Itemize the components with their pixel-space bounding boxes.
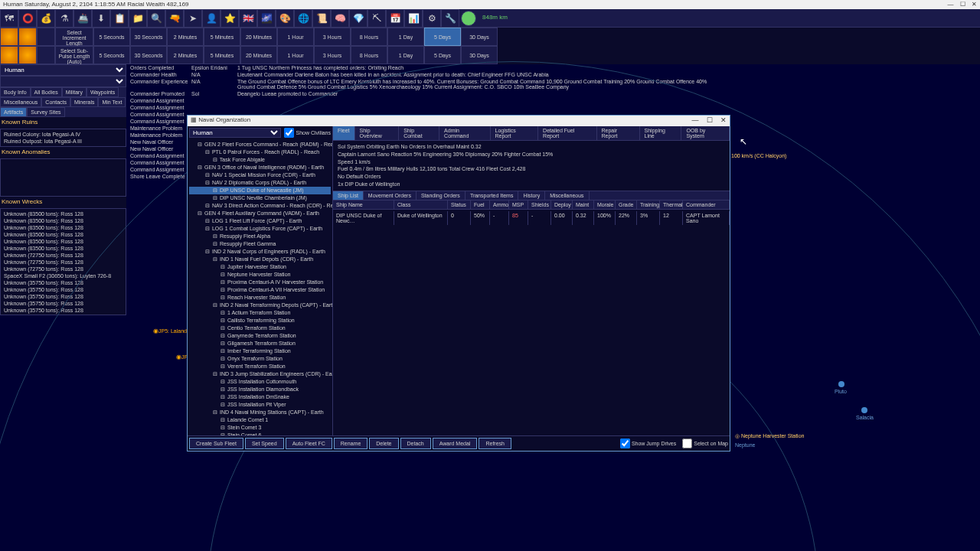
- tool-log[interactable]: 📜: [312, 9, 331, 28]
- tool-calendar[interactable]: 📅: [386, 9, 404, 28]
- wreck-item[interactable]: Unknown (83500 tons): Ross 128: [2, 224, 124, 231]
- tree-item[interactable]: ⊟ Stein Comet 6: [189, 432, 331, 435]
- naval-subtab-Miscellaneous[interactable]: Miscellaneous: [545, 191, 589, 200]
- tree-item[interactable]: ⊟ NAV 2 Diplomatic Corps (RADL) - Earth: [189, 179, 331, 187]
- ship-header-ShipName[interactable]: Ship Name: [333, 201, 394, 209]
- ruin-item[interactable]: Ruined Outpost: Iota Pegasi-A III: [2, 138, 124, 145]
- tree-item[interactable]: ⊟ Ganymede Terraform Station: [189, 332, 331, 340]
- naval-tab-RepairReport[interactable]: Repair Report: [597, 126, 640, 140]
- advance-auto-icon[interactable]: [37, 28, 55, 46]
- subpulse-icon-3[interactable]: [37, 46, 55, 64]
- time-sub-3Hours[interactable]: 3 Hours: [314, 46, 351, 64]
- tree-item[interactable]: ⊟ Neptune Harvester Station: [189, 271, 331, 279]
- time-sub-20Minutes[interactable]: 20 Minutes: [240, 46, 277, 64]
- time-sub-8Hours[interactable]: 8 Hours: [351, 46, 387, 64]
- tree-item[interactable]: ⊟ Task Force Abigale: [189, 156, 331, 164]
- neptune-station[interactable]: ◎ Neptune Harvester Station: [735, 433, 804, 439]
- tool-globe[interactable]: 🌐: [294, 9, 312, 28]
- ship-header-Commander[interactable]: Commander: [683, 201, 730, 209]
- naval-tab-DetailedFuelReport[interactable]: Detailed Fuel Report: [538, 126, 596, 140]
- auto-turn-toggle[interactable]: [461, 11, 476, 26]
- time-sub-5Seconds[interactable]: 5 Seconds: [93, 46, 130, 64]
- tree-item[interactable]: ⊟ LOG 1 Combat Logistics Force (CAPT) - …: [189, 225, 331, 233]
- naval-subtab-TransportedItems[interactable]: Transported Items: [466, 191, 519, 200]
- event-row[interactable]: Command Assignment: [130, 97, 712, 104]
- wreck-item[interactable]: Unknown (83500 tons): Ross 128: [2, 231, 124, 238]
- ship-header-Deploy[interactable]: Deploy: [551, 201, 573, 209]
- left-tab-SurveySites[interactable]: Survey Sites: [27, 107, 64, 117]
- time-inc-5Minutes[interactable]: 5 Minutes: [204, 28, 240, 46]
- wreck-item[interactable]: Unknown (72750 tons): Ross 128: [2, 259, 124, 266]
- left-tab-MinText[interactable]: Min Text: [98, 97, 126, 107]
- system-select[interactable]: [0, 76, 126, 87]
- wreck-item[interactable]: Unknown (83500 tons): Ross 128: [2, 217, 124, 224]
- wreck-item[interactable]: Unknown (35750 tons): Ross 128: [2, 307, 124, 314]
- left-tab-Military[interactable]: Military: [62, 87, 87, 97]
- tool-class[interactable]: 📋: [110, 9, 129, 28]
- ship-header-Morale[interactable]: Morale: [594, 201, 616, 209]
- tool-space[interactable]: 🌌: [257, 9, 276, 28]
- tree-item[interactable]: ⊟ IND 2 Naval Terraforming Depots (CAPT)…: [189, 302, 331, 309]
- time-inc-1Hour[interactable]: 1 Hour: [277, 28, 314, 46]
- tree-item[interactable]: ⊟ LOG 1 Fleet Lift Force (CAPT) - Earth: [189, 217, 331, 225]
- tree-item[interactable]: ⊟ JSS Installation Pit Viper: [189, 401, 331, 409]
- naval-tab-AdminCommand[interactable]: Admin Command: [439, 126, 490, 140]
- time-sub-1Day[interactable]: 1 Day: [387, 46, 424, 64]
- naval-subtab-StandingOrders[interactable]: Standing Orders: [416, 191, 466, 200]
- naval-tab-ShippingLine[interactable]: Shipping Line: [640, 126, 682, 140]
- tree-item[interactable]: ⊟ Resupply Fleet Alpha: [189, 233, 331, 240]
- tool-chart[interactable]: 📊: [404, 9, 423, 28]
- ship-row[interactable]: DIP UNSC Duke of Newc… Duke of Wellingto…: [333, 210, 730, 227]
- naval-subtab-MovementOrders[interactable]: Movement Orders: [364, 191, 416, 200]
- time-inc-2Minutes[interactable]: 2 Minutes: [167, 28, 204, 46]
- tree-item[interactable]: ⊟ Imber Terraforming Station: [189, 347, 331, 355]
- ship-header-Ammo[interactable]: Ammo: [490, 201, 509, 209]
- advance-sub-icon[interactable]: [18, 28, 37, 46]
- tool-weapon[interactable]: 🔫: [165, 9, 184, 28]
- tool-ground[interactable]: ⬇: [92, 9, 110, 28]
- tree-item[interactable]: ⊟ Reach Harvester Station: [189, 294, 331, 302]
- event-row[interactable]: Commander ExperienceN/AThe Ground Combat…: [130, 78, 712, 90]
- naval-btn-Rename[interactable]: Rename: [334, 438, 368, 449]
- select-on-map-check[interactable]: Select on Map: [682, 439, 728, 448]
- ship-header-Grade[interactable]: Grade: [616, 201, 637, 209]
- tool-economy[interactable]: 💰: [37, 9, 55, 28]
- time-sub-30Days[interactable]: 30 Days: [461, 46, 498, 64]
- time-inc-30Days[interactable]: 30 Days: [461, 28, 498, 46]
- time-sub-5Minutes[interactable]: 5 Minutes: [204, 46, 240, 64]
- left-tab-Waypoints[interactable]: Waypoints: [87, 87, 119, 97]
- maximize-icon[interactable]: ☐: [960, 1, 965, 8]
- tree-item[interactable]: ⊟ Verent Terraform Station: [189, 363, 331, 370]
- time-inc-30Seconds[interactable]: 30 Seconds: [130, 28, 167, 46]
- naval-race-select[interactable]: Human: [189, 128, 281, 138]
- naval-btn-Detach[interactable]: Detach: [400, 438, 431, 449]
- tree-item[interactable]: ⊟ Jupiter Harvester Station: [189, 263, 331, 271]
- tool-fleet[interactable]: ⭕: [18, 9, 37, 28]
- naval-close-icon[interactable]: ✕: [720, 116, 727, 124]
- wreck-item[interactable]: Unknown (35750 tons): Ross 128: [2, 314, 124, 315]
- tree-item[interactable]: ⊟ Proxima Centauri-A VII Harvester Stati…: [189, 286, 331, 294]
- ship-header-MSP[interactable]: MSP: [509, 201, 528, 209]
- ship-header-Fuel[interactable]: Fuel: [471, 201, 490, 209]
- tree-item[interactable]: ⊟ IND 3 Jump Stabilization Engineers (CD…: [189, 370, 331, 378]
- wreck-item[interactable]: Unknown (35750 tons): Ross 128: [2, 300, 124, 307]
- tree-item[interactable]: ⊟ Centio Terraform Station: [189, 324, 331, 332]
- tree-item[interactable]: ⊟ JSS Installation DmSnake: [189, 393, 331, 401]
- tool-survey[interactable]: 🔍: [147, 9, 165, 28]
- left-tab-Artifacts[interactable]: Artifacts: [0, 107, 27, 117]
- wreck-item[interactable]: SpaceX Small F2 (30650 tons): Luyten 726…: [2, 272, 124, 279]
- event-row[interactable]: Commander PromotedSolDeangelo Lueae prom…: [130, 90, 712, 97]
- wreck-item[interactable]: Unknown (72750 tons): Ross 128: [2, 252, 124, 259]
- tool-intel[interactable]: 🧠: [331, 9, 349, 28]
- ship-header-Training[interactable]: Training: [637, 201, 660, 209]
- naval-tab-LogisticsReport[interactable]: Logistics Report: [491, 126, 539, 140]
- show-jump-check[interactable]: Show Jump Drives: [620, 439, 676, 448]
- naval-btn-SetSpeed[interactable]: Set Speed: [245, 438, 284, 449]
- time-inc-5Days[interactable]: 5 Days: [424, 28, 461, 46]
- tree-item[interactable]: ⊟ DIP UNSC Neville Chamberlain (JM): [189, 194, 331, 202]
- tool-wealth[interactable]: 💎: [349, 9, 368, 28]
- naval-btn-Delete[interactable]: Delete: [369, 438, 398, 449]
- tree-item[interactable]: ⊟ Stein Comet 3: [189, 424, 331, 432]
- left-tab-BodyInfo[interactable]: Body Info: [0, 87, 31, 97]
- naval-subtab-History[interactable]: History: [518, 191, 545, 200]
